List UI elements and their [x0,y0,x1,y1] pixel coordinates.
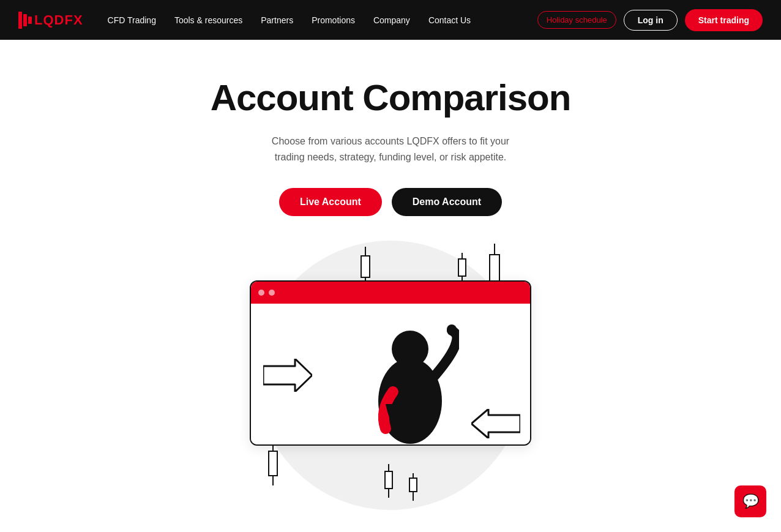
svg-rect-13 [269,451,277,476]
logo-text: LQDFX [34,12,83,28]
navbar-left: LQDFX CFD Trading Tools & resources Part… [18,12,471,29]
browser-body [251,304,530,446]
svg-rect-1 [361,256,370,277]
candle-bottom-center [384,464,393,504]
svg-marker-21 [263,359,312,392]
logo-icon [18,12,32,29]
logo-lqd: LQD [34,12,64,28]
person-illustration [361,312,459,446]
browser-window [250,280,531,446]
nav-link-cfd[interactable]: CFD Trading [108,15,156,25]
logo-bar-2 [23,14,27,26]
chat-widget[interactable]: 💬 [734,485,766,517]
browser-titlebar [251,282,530,304]
hero-buttons: Live Account Demo Account [279,188,502,216]
nav-item-company[interactable]: Company [373,15,410,26]
nav-item-partners[interactable]: Partners [261,15,293,26]
candle-bottom-right [409,473,417,507]
svg-rect-16 [385,471,392,489]
arrow-left-icon [471,409,520,438]
logo-bar-3 [28,17,32,24]
browser-dot-2 [269,290,275,296]
logo-bar-1 [18,12,22,29]
start-trading-button[interactable]: Start trading [685,9,763,31]
svg-point-25 [447,324,457,334]
nav-link-tools[interactable]: Tools & resources [174,15,242,25]
arrow-right-icon [263,359,312,392]
hero-subtitle: Choose from various accounts LQDFX offer… [268,133,513,165]
candle-bottom-left [268,443,278,492]
hero-section: Account Comparison Choose from various a… [0,40,781,510]
nav-item-tools[interactable]: Tools & resources [174,15,242,26]
svg-marker-22 [471,409,520,438]
logo[interactable]: LQDFX [18,12,83,29]
nav-link-company[interactable]: Company [373,15,410,25]
navbar: LQDFX CFD Trading Tools & resources Part… [0,0,781,40]
logo-fx: FX [64,12,83,28]
holiday-schedule-button[interactable]: Holiday schedule [537,11,616,29]
svg-rect-4 [458,259,466,276]
page-title: Account Comparison [211,77,571,119]
nav-item-promotions[interactable]: Promotions [312,15,355,26]
nav-link-partners[interactable]: Partners [261,15,293,25]
nav-link-contact[interactable]: Contact Us [428,15,471,25]
nav-item-contact[interactable]: Contact Us [428,15,471,26]
chat-icon: 💬 [742,493,759,509]
nav-links: CFD Trading Tools & resources Partners P… [108,15,471,26]
illustration [213,241,568,510]
navbar-right: Holiday schedule Log in Start trading [537,9,763,31]
svg-rect-19 [409,478,417,492]
browser-dot-1 [258,290,264,296]
live-account-button[interactable]: Live Account [279,188,382,216]
svg-point-24 [392,331,428,367]
demo-account-button[interactable]: Demo Account [392,188,502,216]
nav-item-cfd[interactable]: CFD Trading [108,15,156,26]
nav-link-promotions[interactable]: Promotions [312,15,355,25]
login-button[interactable]: Log in [624,10,678,31]
